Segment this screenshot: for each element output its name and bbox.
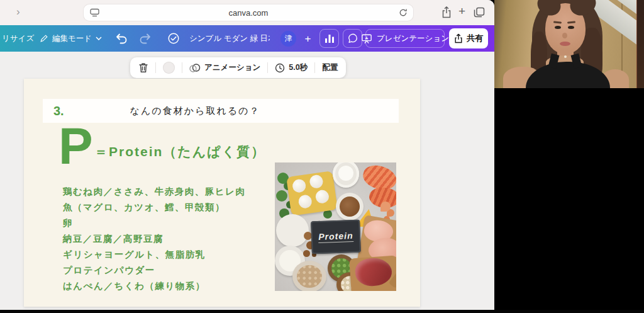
pencil-icon <box>40 34 48 43</box>
photo-milk-surface <box>338 166 353 181</box>
divider <box>155 62 156 73</box>
forward-nav-icon[interactable]: › <box>16 6 20 18</box>
slide[interactable]: 3. なんの食材から取れるの？ P ＝Protein（たんぱく質） 鶏むね肉／さ… <box>24 79 420 307</box>
canva-toolbar: リサイズ 編集モード シンプル モダン 緑 日本語... 津 + <box>0 25 494 52</box>
food-line: 卵 <box>63 215 245 231</box>
webcam-panel <box>494 0 644 313</box>
color-swatch-button[interactable] <box>163 62 175 74</box>
animation-icon <box>189 63 201 73</box>
person-eye <box>555 26 561 29</box>
duration-button[interactable]: 5.0秒 <box>275 62 308 73</box>
person-eye <box>568 26 574 29</box>
undo-button[interactable] <box>115 25 128 52</box>
document-title[interactable]: シンプル モダン 緑 日本語... <box>189 25 270 52</box>
person-lips <box>560 42 570 46</box>
photo-oats <box>297 265 322 288</box>
share-export-icon <box>454 33 463 43</box>
screen: › canva.com + リサイズ <box>0 0 644 313</box>
protein-label[interactable]: ＝Protein（たんぱく質） <box>94 143 265 161</box>
big-letter-p[interactable]: P <box>58 120 93 172</box>
clock-icon <box>275 63 285 73</box>
reader-icon[interactable] <box>90 8 99 17</box>
new-tab-icon[interactable]: + <box>458 4 465 18</box>
photo-shrimp <box>380 202 391 212</box>
browser-window: › canva.com + リサイズ <box>0 0 494 313</box>
url-text: canva.com <box>84 8 413 18</box>
photo-chalkboard-text: Protein <box>318 230 353 243</box>
comment-button[interactable] <box>343 29 362 48</box>
divider <box>314 62 315 73</box>
animation-button[interactable]: アニメーション <box>189 62 260 73</box>
resize-button[interactable]: リサイズ <box>2 25 34 52</box>
animation-label: アニメーション <box>204 62 260 73</box>
food-line: プロテインパウダー <box>63 263 245 278</box>
saved-cloud-check-icon <box>167 25 180 52</box>
context-toolbar: アニメーション 5.0秒 配置 <box>130 57 346 78</box>
food-line: 魚（マグロ、カツオ、鱈、甲殻類） <box>63 200 245 215</box>
webcam-video <box>494 0 644 88</box>
photo-cottage-cheese <box>280 219 304 242</box>
divider <box>182 62 182 73</box>
person-necklace <box>564 55 567 58</box>
photo-chalkboard: Protein <box>311 220 361 254</box>
add-member-button[interactable]: + <box>300 31 316 47</box>
presentation-label: プレゼンテーション <box>377 33 449 44</box>
presentation-icon <box>361 33 372 44</box>
reload-icon[interactable] <box>399 8 408 17</box>
tabs-icon[interactable] <box>474 7 485 18</box>
slide-number: 3. <box>53 104 64 118</box>
food-list[interactable]: 鶏むね肉／ささみ、牛赤身肉、豚ヒレ肉 魚（マグロ、カツオ、鱈、甲殻類） 卵 納豆… <box>63 184 245 294</box>
edit-mode-dropdown[interactable]: 編集モード <box>40 25 102 52</box>
food-line: ギリシャヨーグルト、無脂肪乳 <box>63 247 245 263</box>
food-line: 納豆／豆腐／高野豆腐 <box>63 231 245 247</box>
photo-buckwheat <box>340 196 360 217</box>
insights-chart-button[interactable] <box>319 29 339 48</box>
delete-button[interactable] <box>138 62 148 73</box>
photo-egg-carton <box>286 171 338 216</box>
browser-share-icon[interactable] <box>441 6 452 18</box>
slide-header-bar[interactable]: 3. なんの食材から取れるの？ <box>43 99 399 123</box>
protein-foods-photo[interactable]: Protein <box>275 162 396 291</box>
avatar[interactable]: 津 <box>280 31 296 47</box>
person-nose <box>562 33 567 38</box>
window-bottom-edge <box>0 310 644 313</box>
food-line: 鶏むね肉／ささみ、牛赤身肉、豚ヒレ肉 <box>63 184 245 200</box>
share-label: 共有 <box>467 33 483 44</box>
room-edge-shadow <box>636 0 644 88</box>
food-line: はんぺん／ちくわ（練り物系） <box>63 278 245 294</box>
presentation-button[interactable]: プレゼンテーション <box>365 29 445 48</box>
redo-button[interactable] <box>138 25 152 52</box>
editor-canvas: アニメーション 5.0秒 配置 3. なんの食材から取れるの？ P <box>0 52 494 310</box>
arrange-button[interactable]: 配置 <box>322 62 338 73</box>
edit-mode-label: 編集モード <box>52 33 92 44</box>
url-bar[interactable]: canva.com <box>84 4 413 21</box>
duration-label: 5.0秒 <box>289 62 308 73</box>
chevron-down-icon <box>96 37 102 40</box>
divider <box>267 62 268 73</box>
slide-heading: なんの食材から取れるの？ <box>43 105 399 117</box>
share-button[interactable]: 共有 <box>449 28 488 48</box>
browser-toolbar: › canva.com + <box>0 0 494 25</box>
